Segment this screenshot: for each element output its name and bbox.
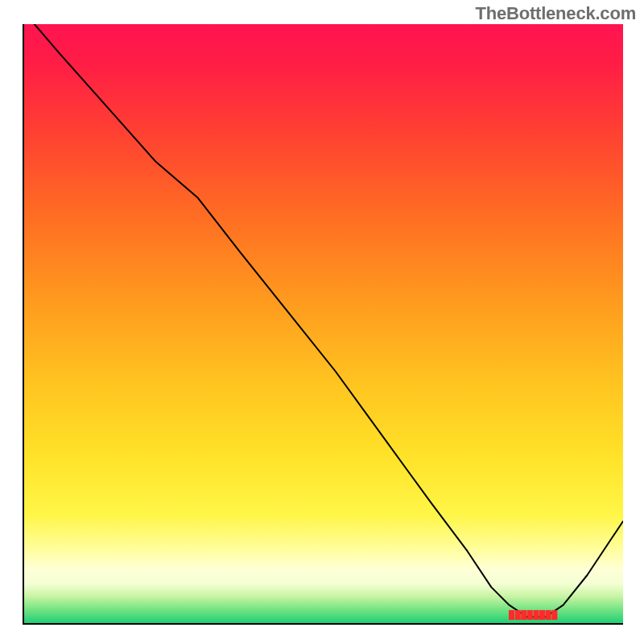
attribution-text: TheBottleneck.com (475, 3, 636, 24)
chart-container: TheBottleneck.com ████████ (0, 0, 644, 644)
chart-svg (24, 24, 623, 623)
plot-area: ████████ (23, 24, 623, 625)
optimum-marker: ████████ (509, 609, 558, 618)
